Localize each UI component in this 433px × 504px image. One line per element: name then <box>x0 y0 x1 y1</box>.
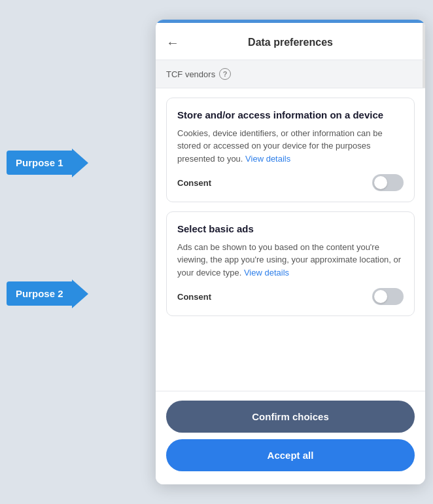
purpose-2-consent-row: Consent <box>177 288 404 305</box>
purpose-2-title: Select basic ads <box>177 223 404 236</box>
data-preferences-modal: ← Data preferences TCF vendors ? Store a… <box>156 20 425 484</box>
purpose-1-title: Store and/or access information on a dev… <box>177 109 404 122</box>
purpose-2-toggle[interactable] <box>372 288 404 305</box>
accept-all-button[interactable]: Accept all <box>166 439 415 471</box>
tcf-vendors-label: TCF vendors <box>166 69 215 79</box>
modal-title: Data preferences <box>184 37 415 48</box>
purpose-1-arrow: Purpose 1 <box>7 151 73 175</box>
purpose-1-consent-row: Consent <box>177 174 404 191</box>
purpose-1-label: Purpose 1 <box>16 157 63 168</box>
purpose-card-1: Store and/or access information on a dev… <box>166 98 415 202</box>
purpose-2-view-details[interactable]: View details <box>244 268 289 278</box>
tcf-vendors-row: TCF vendors ? <box>156 60 425 88</box>
purpose-2-consent-label: Consent <box>177 292 211 302</box>
purpose-1-toggle[interactable] <box>372 174 404 191</box>
purpose-card-2: Select basic ads Ads can be shown to you… <box>166 211 415 316</box>
purpose-1-view-details[interactable]: View details <box>245 154 290 164</box>
purpose-1-description: Cookies, device identifiers, or other in… <box>177 127 404 166</box>
back-button[interactable]: ← <box>166 33 184 52</box>
purpose-1-toggle-thumb <box>374 176 387 189</box>
purpose-2-arrow: Purpose 2 <box>7 281 73 306</box>
purpose-2-label: Purpose 2 <box>16 288 63 299</box>
modal-footer: Confirm choices Accept all <box>156 391 425 484</box>
modal-header: ← Data preferences <box>156 23 425 60</box>
back-icon: ← <box>166 35 179 50</box>
purpose-1-consent-label: Consent <box>177 178 211 188</box>
purpose-2-toggle-thumb <box>374 290 387 303</box>
purpose-2-description: Ads can be shown to you based on the con… <box>177 241 404 279</box>
confirm-choices-button[interactable]: Confirm choices <box>166 401 415 433</box>
modal-content: Store and/or access information on a dev… <box>156 88 425 391</box>
tcf-help-icon[interactable]: ? <box>219 68 231 80</box>
